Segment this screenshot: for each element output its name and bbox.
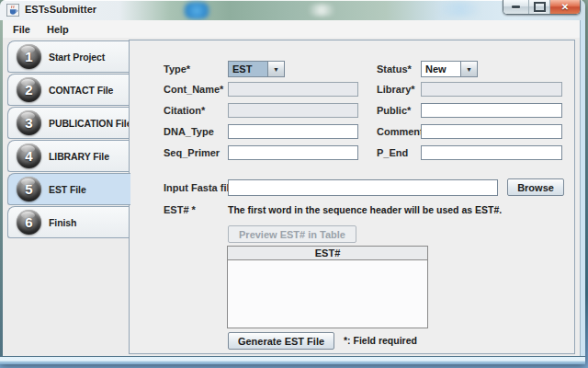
est-number-note: The first word in the sequence header wi… xyxy=(228,204,502,215)
tab-label: LIBRARY File xyxy=(49,151,109,162)
comment-field[interactable] xyxy=(421,124,562,139)
menu-file[interactable]: File xyxy=(5,20,39,38)
combo-arrow-icon[interactable]: ▼ xyxy=(267,62,284,76)
est-number-label: EST# * xyxy=(164,204,196,215)
desktop-glass-blob xyxy=(180,2,213,19)
status-combobox[interactable]: New ▼ xyxy=(421,61,478,77)
java-app-icon xyxy=(6,4,19,17)
public-label: Public* xyxy=(377,105,411,116)
citation-label: Citation* xyxy=(164,105,205,116)
window-title: ESTsSubmitter xyxy=(25,4,96,15)
tab-library-file[interactable]: 4 LIBRARY File xyxy=(7,140,129,172)
tab-label: Finish xyxy=(49,217,76,228)
tab-finish[interactable]: 6 Finish xyxy=(7,206,129,238)
dna-type-field[interactable] xyxy=(228,124,358,139)
titlebar[interactable]: ESTsSubmitter ✕ xyxy=(0,0,585,21)
seq-primer-field[interactable] xyxy=(228,145,358,160)
step-3-icon: 3 xyxy=(17,110,41,135)
window-border-bottom xyxy=(0,356,585,364)
p-end-label: P_End xyxy=(377,147,408,158)
tab-label: EST File xyxy=(49,184,86,195)
cont-name-label: Cont_Name* xyxy=(164,84,223,95)
citation-field[interactable] xyxy=(228,103,358,118)
window-body: File Help 1 Start Project 2 CONTACT File… xyxy=(3,20,580,356)
tab-contact-file[interactable]: 2 CONTACT File xyxy=(7,74,129,106)
dna-type-label: DNA_Type xyxy=(164,126,214,137)
generate-est-file-button[interactable]: Generate EST File xyxy=(228,332,334,350)
comment-label: Comment xyxy=(377,126,424,137)
seq-primer-label: Seq_Primer xyxy=(164,147,220,158)
public-field[interactable] xyxy=(421,103,562,118)
est-table-body[interactable] xyxy=(228,260,427,328)
maximize-icon[interactable] xyxy=(528,0,550,14)
tab-start-project[interactable]: 1 Start Project xyxy=(7,40,129,73)
close-icon[interactable]: ✕ xyxy=(550,0,580,14)
window-controls: ✕ xyxy=(503,0,581,15)
status-label: Status* xyxy=(377,63,412,75)
step-6-icon: 6 xyxy=(17,210,41,235)
desktop-background: ESTsSubmitter ✕ File Help 1 Start P xyxy=(0,0,588,368)
field-required-note: *: Field required xyxy=(344,335,417,346)
status-combobox-value: New xyxy=(422,62,460,76)
app-window: ESTsSubmitter ✕ File Help 1 Start P xyxy=(0,0,585,364)
menubar: File Help xyxy=(3,20,580,39)
est-table-header[interactable]: EST# xyxy=(228,247,427,260)
browse-button[interactable]: Browse xyxy=(507,178,564,196)
minimize-icon[interactable] xyxy=(503,0,528,14)
input-fasta-field[interactable] xyxy=(228,179,498,196)
preview-est-button[interactable]: Preview EST# in Table xyxy=(228,225,356,243)
window-border-right xyxy=(580,20,585,356)
type-label: Type* xyxy=(164,63,190,75)
step-4-icon: 4 xyxy=(17,144,41,168)
type-combobox-value: EST xyxy=(229,62,267,76)
est-table[interactable]: EST# xyxy=(227,246,428,328)
tab-label: CONTACT File xyxy=(49,85,113,96)
menu-help[interactable]: Help xyxy=(39,20,77,38)
step-5-icon: 5 xyxy=(17,177,41,201)
library-field[interactable] xyxy=(421,82,562,97)
desktop-glass-blob xyxy=(303,4,340,17)
desktop-glass-blob xyxy=(432,2,487,17)
type-combobox[interactable]: EST ▼ xyxy=(228,61,285,77)
wizard-tab-pane: 1 Start Project 2 CONTACT File 3 PUBLICA… xyxy=(3,38,580,356)
library-label: Library* xyxy=(377,84,415,95)
p-end-field[interactable] xyxy=(421,145,562,160)
combo-arrow-icon[interactable]: ▼ xyxy=(460,62,477,76)
tab-publication-file[interactable]: 3 PUBLICATION File xyxy=(7,107,129,139)
step-2-icon: 2 xyxy=(17,77,41,102)
step-1-icon: 1 xyxy=(17,44,41,69)
tab-est-file[interactable]: 5 EST File xyxy=(7,173,130,205)
cont-name-field[interactable] xyxy=(228,82,358,97)
tab-label: Start Project xyxy=(49,52,105,63)
tab-label: PUBLICATION File xyxy=(49,118,131,129)
